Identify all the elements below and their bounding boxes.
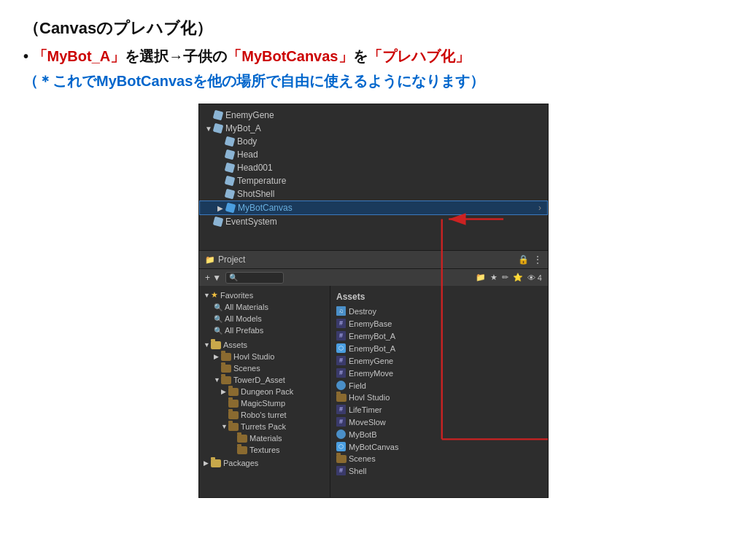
towerd-asset-item[interactable]: TowerD_Asset xyxy=(199,374,330,386)
enemybot-hash-label: EnemyBot_A xyxy=(349,332,395,341)
turrets-arrow xyxy=(221,423,228,430)
all-prefabs-item[interactable]: 🔍 All Prefabs xyxy=(199,324,330,336)
magic-stump-item[interactable]: MagicStump xyxy=(199,397,330,409)
turrets-pack-item[interactable]: Turrets Pack xyxy=(199,421,330,432)
mybotcanvas-label: MyBotCanvas xyxy=(349,443,398,451)
asset-enemymove[interactable]: # EnemyMove xyxy=(330,367,548,379)
asset-destroy[interactable]: ♫ Destroy xyxy=(330,305,548,317)
mybotb-label: MyBotB xyxy=(349,430,377,439)
dungeon-label: Dungeon Pack xyxy=(241,387,293,396)
enemygene-icon: # xyxy=(336,356,346,365)
search-icon-prefabs: 🔍 xyxy=(214,327,222,335)
moveslow-icon: # xyxy=(336,417,346,427)
hierarchy-item-body[interactable]: Body xyxy=(199,135,548,148)
textures-item[interactable]: Textures xyxy=(199,444,330,456)
hierarchy-item-eventsystem[interactable]: EventSystem xyxy=(199,215,548,228)
hierarchy-item-head001[interactable]: Head001 xyxy=(199,161,548,174)
project-left-panel: ★ Favorites 🔍 All Materials 🔍 All Models… xyxy=(199,286,330,497)
add-button[interactable]: + ▼ xyxy=(205,273,221,283)
star-filter-icon[interactable]: ★ xyxy=(490,273,498,282)
hierarchy-label: Head001 xyxy=(237,163,273,173)
all-prefabs-label: All Prefabs xyxy=(225,326,263,335)
scenes-item[interactable]: Scenes xyxy=(199,362,330,374)
dungeon-pack-item[interactable]: Dungeon Pack xyxy=(199,386,330,397)
hierarchy-item-mybotcanvas[interactable]: MyBotCanvas› xyxy=(199,201,548,215)
favorites-header[interactable]: ★ Favorites xyxy=(199,289,330,301)
asset-hovl-studio[interactable]: Hovl Studio xyxy=(330,392,548,403)
visibility-icon[interactable]: 👁 4 xyxy=(527,273,542,282)
favorites-label: Favorites xyxy=(220,291,253,300)
asset-enemygene[interactable]: # EnemyGene xyxy=(330,354,548,367)
hierarchy-item-head[interactable]: Head xyxy=(199,148,548,161)
all-models-label: All Models xyxy=(225,314,262,323)
assets-folder-icon xyxy=(211,341,221,349)
bullet-mybot: 「MyBot_A」 xyxy=(33,48,125,64)
folder-view-icon[interactable]: 📁 xyxy=(476,273,486,282)
hierarchy-item-mybot_a[interactable]: MyBot_A xyxy=(199,122,548,135)
asset-enemybase[interactable]: # EnemyBase xyxy=(330,317,548,330)
project-title-text: Project xyxy=(218,254,245,265)
enemygene-label: EnemyGene xyxy=(349,357,393,365)
hovl-studio-item[interactable]: Hovl Studio xyxy=(199,351,330,362)
cube-icon xyxy=(225,189,236,200)
lock-icon[interactable]: 🔒 xyxy=(518,254,529,265)
packages-header[interactable]: Packages xyxy=(199,457,330,469)
all-materials-item[interactable]: 🔍 All Materials xyxy=(199,301,330,313)
turrets-pack-label: Turrets Pack xyxy=(241,422,286,431)
hierarchy-label: MyBot_A xyxy=(225,123,261,133)
hierarchy-label: Body xyxy=(237,136,257,147)
mybotb-icon xyxy=(336,429,346,439)
hierarchy-item-enemygene[interactable]: EnemyGene xyxy=(199,109,548,122)
magic-icon xyxy=(228,400,239,408)
dungeon-icon xyxy=(228,388,239,396)
cube-icon xyxy=(213,217,224,228)
assets-label: Assets xyxy=(223,341,247,349)
asset-lifetime[interactable]: # LifeTimer xyxy=(330,403,548,416)
cube-icon xyxy=(225,176,236,187)
asset-scenes[interactable]: Scenes xyxy=(330,453,548,464)
cube-icon xyxy=(225,149,236,160)
cube-icon xyxy=(213,123,224,134)
hierarchy-label: MyBotCanvas xyxy=(238,203,293,213)
asset-mybotcanvas[interactable]: ⬡ MyBotCanvas xyxy=(330,440,548,453)
hovl-asset-icon xyxy=(336,394,347,402)
hovl-studio-label: Hovl Studio xyxy=(233,352,274,361)
asset-enemybot-prefab[interactable]: ⬡ EnemyBot_A xyxy=(330,342,548,354)
lifetime-label: LifeTimer xyxy=(349,405,382,414)
asset-field[interactable]: Field xyxy=(330,379,548,392)
hierarchy-item-shotshell[interactable]: ShotShell xyxy=(199,187,548,201)
field-icon xyxy=(336,381,346,390)
robos-turret-item[interactable]: Robo's turret xyxy=(199,409,330,421)
moveslow-label: MoveSlow xyxy=(349,418,386,427)
towerd-label: TowerD_Asset xyxy=(233,376,285,384)
asset-mybotb[interactable]: MyBotB xyxy=(330,428,548,440)
asset-enemybot-hash[interactable]: # EnemyBot_A xyxy=(330,330,548,342)
hierarchy-item-temperature[interactable]: Temperature xyxy=(199,174,548,187)
hovl-asset-label: Hovl Studio xyxy=(349,393,390,402)
hierarchy-panel: EnemyGeneMyBot_ABodyHeadHead001Temperatu… xyxy=(199,104,548,250)
toolbar-right-icons: 📁 ★ ✏ ⭐ 👁 4 xyxy=(476,273,542,282)
scenes-icon xyxy=(221,365,231,373)
textures-icon xyxy=(237,446,247,454)
shell-label: Shell xyxy=(349,467,366,475)
asset-shell[interactable]: # Shell xyxy=(330,464,548,477)
all-models-item[interactable]: 🔍 All Models xyxy=(199,313,330,324)
turrets-icon xyxy=(228,423,239,431)
hierarchy-label: EnemyGene xyxy=(225,110,274,120)
textures-label: Textures xyxy=(249,446,280,454)
asset-moveslow[interactable]: # MoveSlow xyxy=(330,416,548,428)
destroy-label: Destroy xyxy=(349,307,376,316)
page-container: （Canvasのプレハブ化） • 「MyBot_A」を選択→子供の「MyBotC… xyxy=(0,0,747,560)
chevron-right-icon: › xyxy=(538,203,541,213)
assets-header[interactable]: Assets xyxy=(199,339,330,351)
robos-label: Robo's turret xyxy=(241,411,287,419)
search-bar[interactable]: 🔍 xyxy=(225,272,284,284)
cube-icon xyxy=(225,136,236,147)
scenes-asset-icon xyxy=(336,455,347,463)
bullet-prefab: 「プレハブ化」 xyxy=(368,48,470,64)
materials-item[interactable]: Materials xyxy=(199,432,330,444)
edit-icon[interactable]: ✏ xyxy=(502,273,508,282)
favorites-icon[interactable]: ⭐ xyxy=(513,273,523,282)
menu-icon[interactable]: ⋮ xyxy=(533,254,542,265)
cube-icon xyxy=(225,163,236,174)
